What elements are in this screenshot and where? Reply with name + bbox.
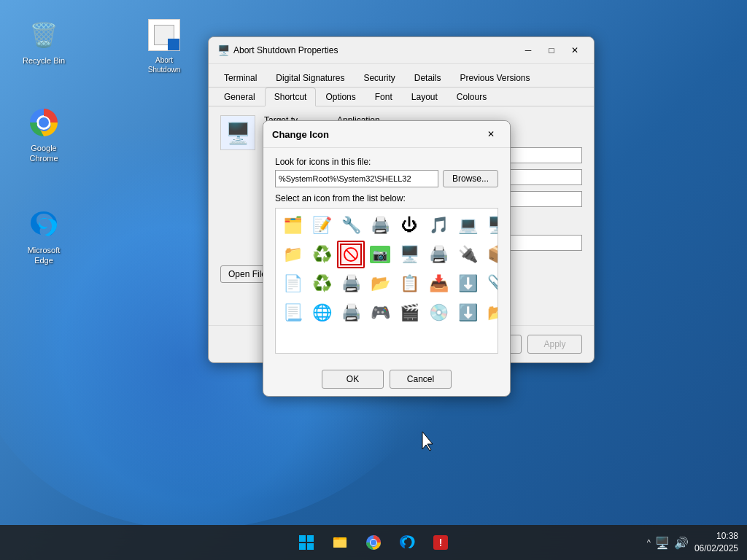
minimize-button[interactable]: ─ [518, 43, 538, 58]
desktop-icon-microsoft-edge[interactable]: Microsoft Edge [15, 204, 73, 269]
system-clock[interactable]: 10:38 06/02/2025 [694, 530, 738, 555]
tab-layout[interactable]: Layout [402, 88, 447, 106]
properties-title-text: Abort Shutdown Properties [233, 45, 518, 55]
icon-cell-27[interactable]: 🎮 [366, 299, 394, 327]
system-tray: ^ 🖥️ 🔊 [647, 536, 689, 550]
google-chrome-icon [26, 105, 61, 140]
clock-time: 10:38 [694, 530, 738, 542]
icon-cell-30[interactable]: ⬇️ [454, 299, 481, 327]
window-controls: ─ □ ✕ [518, 43, 585, 58]
tab-colours[interactable]: Colours [447, 88, 496, 106]
change-icon-dialog: Change Icon ✕ Look for icons in this fil… [263, 120, 511, 397]
icon-cell-8[interactable]: 📁 [279, 241, 306, 268]
tab-bar: Terminal Digital Signatures Security Det… [209, 64, 594, 88]
icon-cell-21[interactable]: 📥 [425, 270, 452, 298]
desktop-icon-abort-shutdown[interactable]: AbortShutdown [135, 15, 193, 77]
icon-cell-6[interactable]: 💻 [454, 211, 481, 239]
taskbar: ! ^ 🖥️ 🔊 10:38 06/02/2025 [0, 525, 747, 560]
change-icon-footer: OK Cancel [263, 362, 510, 396]
svg-text:!: ! [439, 537, 443, 548]
icon-cell-14[interactable]: 🔌 [454, 241, 481, 268]
properties-title-bar[interactable]: 🖥️ Abort Shutdown Properties ─ □ ✕ [209, 37, 594, 64]
shortcut-icon-preview: 🖥️ [220, 115, 255, 150]
icon-cell-31[interactable]: 📂 [483, 299, 498, 327]
system-tray-chevron[interactable]: ^ [647, 538, 651, 547]
desktop-icon-google-chrome[interactable]: Google Chrome [15, 102, 73, 167]
change-icon-close-button[interactable]: ✕ [481, 127, 501, 141]
taskbar-chrome[interactable] [359, 528, 388, 557]
icon-cell-2[interactable]: 🔧 [337, 211, 365, 239]
change-icon-ok-button[interactable]: OK [322, 370, 384, 389]
tab-terminal[interactable]: Terminal [214, 69, 266, 88]
svg-point-11 [371, 540, 376, 545]
icon-cell-3[interactable]: 🖨️ [366, 211, 394, 239]
icon-cell-28[interactable]: 🎬 [395, 299, 423, 327]
desktop: 🗑️ Recycle Bin AbortShutdown Google Chro… [0, 0, 747, 560]
tab-options[interactable]: Options [316, 88, 365, 106]
icon-cell-24[interactable]: 📃 [279, 299, 306, 327]
icon-cell-18[interactable]: 🖨️ [337, 270, 365, 298]
desktop-icon-recycle-bin[interactable]: 🗑️ Recycle Bin [15, 15, 73, 69]
svg-rect-5 [299, 543, 306, 550]
taskbar-center: ! [292, 528, 455, 557]
file-path-input[interactable] [275, 170, 438, 187]
svg-rect-4 [307, 535, 314, 542]
taskbar-file-explorer[interactable] [325, 528, 355, 557]
tab-security[interactable]: Security [354, 69, 404, 88]
svg-rect-6 [307, 543, 314, 550]
icon-cell-4[interactable]: ⏻ [395, 211, 423, 239]
file-input-row: Browse... [275, 170, 498, 187]
svg-rect-8 [333, 540, 347, 548]
tab-previous-versions[interactable]: Previous Versions [450, 69, 539, 88]
icon-cell-13[interactable]: 🖨️ [425, 241, 452, 268]
change-icon-controls: ✕ [481, 127, 501, 141]
taskbar-edge[interactable] [392, 528, 422, 557]
icon-cell-17[interactable]: ♻️ [308, 270, 336, 298]
change-icon-title-bar[interactable]: Change Icon ✕ [263, 121, 510, 148]
clock-date: 06/02/2025 [694, 542, 738, 555]
microsoft-edge-icon [26, 207, 61, 242]
svg-rect-3 [299, 535, 306, 542]
tab-general[interactable]: General [214, 88, 265, 106]
tab-digital-signatures[interactable]: Digital Signatures [266, 69, 354, 88]
icon-cell-10[interactable] [337, 241, 365, 268]
sound-icon[interactable]: 🔊 [674, 536, 689, 550]
maximize-button[interactable]: □ [541, 43, 562, 58]
icon-cell-16[interactable]: 📄 [279, 270, 306, 298]
icon-cell-23[interactable]: 📎 [483, 270, 498, 298]
icon-cell-12[interactable]: 🖥️ [395, 241, 423, 268]
icon-cell-22[interactable]: ⬇️ [454, 270, 481, 298]
icon-cell-25[interactable]: 🌐 [308, 299, 336, 327]
change-icon-cancel-button[interactable]: Cancel [390, 370, 452, 389]
file-label: Look for icons in this file: [275, 157, 498, 167]
icon-grid-label: Select an icon from the list below: [275, 193, 498, 203]
tab-shortcut[interactable]: Shortcut [265, 88, 317, 106]
change-icon-body: Look for icons in this file: Browse... S… [263, 148, 510, 362]
icon-cell-0[interactable]: 🗂️ [279, 211, 306, 239]
icon-cell-15[interactable]: 📦 [483, 241, 498, 268]
icon-cell-29[interactable]: 💿 [425, 299, 452, 327]
icon-cell-11[interactable]: 📷 [366, 241, 394, 268]
tab-details[interactable]: Details [405, 69, 451, 88]
icon-cell-20[interactable]: 📋 [395, 270, 423, 298]
taskbar-vpn[interactable]: ! [426, 528, 455, 557]
icon-cell-7[interactable]: 🖥️ [483, 211, 498, 239]
icon-cell-19[interactable]: 📂 [366, 270, 394, 298]
recycle-bin-icon: 🗑️ [26, 18, 61, 52]
google-chrome-label: Google Chrome [18, 143, 70, 164]
close-button[interactable]: ✕ [565, 43, 585, 58]
microsoft-edge-label: Microsoft Edge [18, 245, 70, 266]
browse-button[interactable]: Browse... [443, 170, 498, 187]
recycle-bin-label: Recycle Bin [23, 55, 65, 66]
icon-cell-9[interactable]: ♻️ [308, 241, 336, 268]
abort-shutdown-label: AbortShutdown [148, 55, 180, 74]
properties-apply-button[interactable]: Apply [527, 335, 582, 354]
display-icon[interactable]: 🖥️ [655, 536, 670, 550]
tab-font[interactable]: Font [365, 88, 402, 106]
icon-cell-1[interactable]: 📝 [308, 211, 336, 239]
icon-cell-26[interactable]: 🖨️ [337, 299, 365, 327]
file-row: Look for icons in this file: Browse... [275, 157, 498, 187]
icon-cell-5[interactable]: 🎵 [425, 211, 452, 239]
properties-title-icon: 🖥️ [217, 44, 229, 56]
start-button[interactable] [292, 528, 321, 557]
